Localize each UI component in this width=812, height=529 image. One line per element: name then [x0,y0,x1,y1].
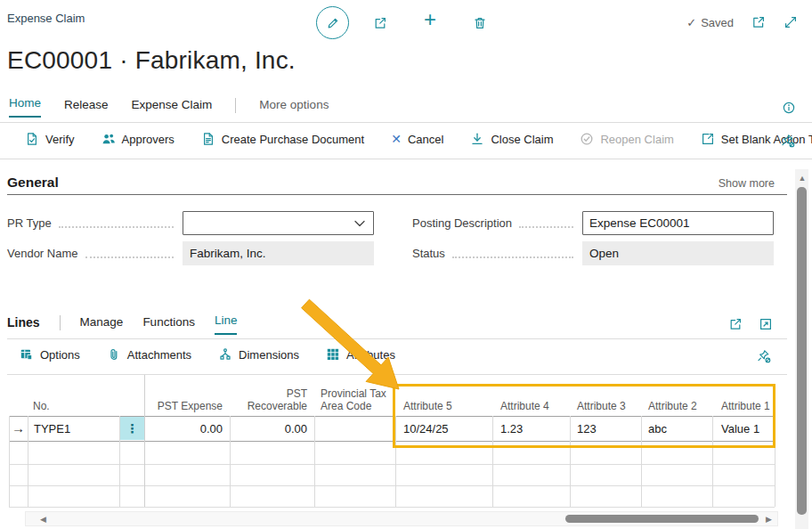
expand-icon[interactable] [784,15,798,29]
lines-tab-functions[interactable]: Functions [142,315,195,335]
close-claim-icon [470,132,484,146]
verify-icon [25,132,39,146]
row-overflow-menu-button[interactable]: ⋮ [120,417,144,440]
pencil-icon [326,16,340,30]
open-in-window-icon[interactable] [751,15,766,29]
chevron-down-icon [354,220,365,227]
verify-button[interactable]: Verify [25,132,75,146]
tab-more-options[interactable]: More options [259,98,329,118]
column-header-attribute-5[interactable]: Attribute 5 [403,400,452,412]
tab-divider [235,98,236,113]
vertical-scrollbar[interactable]: ▲ [795,169,808,529]
focus-mode-icon[interactable] [759,317,773,331]
divider [0,122,812,123]
posting-description-label: Posting Description [412,216,512,230]
page-caption: Expense Claim [7,12,85,25]
pr-type-label: PR Type [7,216,52,230]
cell-attribute-5[interactable]: 10/24/25 [403,422,449,435]
active-row-pointer-icon: → [12,420,25,435]
dotted-leader [85,248,175,258]
horizontal-scrollbar[interactable]: ◀ ▶ [25,511,778,526]
dimensions-icon [218,347,232,362]
unpin-icon[interactable] [781,134,795,148]
lines-tab-manage[interactable]: Manage [80,315,124,335]
attachments-button[interactable]: Attachments [107,347,191,362]
status-label: Status [412,247,445,260]
column-header-pst-recoverable[interactable]: PST Recoverable [231,387,307,412]
general-heading: General [7,175,59,191]
unpin-icon[interactable] [757,349,771,363]
vendor-name-value: Fabrikam, Inc. [183,241,374,265]
share-icon[interactable] [728,317,743,331]
tab-expense-claim[interactable]: Expense Claim [132,98,213,118]
column-header-pst-expense[interactable]: PST Expense [144,400,223,412]
attributes-grid-icon [326,347,340,362]
cell-pst-expense[interactable]: 0.00 [144,422,223,435]
dotted-leader [59,218,174,228]
saved-status: ✓ Saved [686,16,734,29]
paperclip-icon [107,347,121,362]
posting-description-input[interactable] [582,211,774,235]
table-empty-row[interactable] [9,485,775,507]
scroll-right-icon[interactable]: ▶ [766,515,772,524]
column-header-attribute-2[interactable]: Attribute 2 [648,400,697,412]
page-title: EC00001 · Fabrikam, Inc. [7,46,296,75]
column-header-attribute-3[interactable]: Attribute 3 [577,400,626,412]
share-icon[interactable] [373,16,387,30]
tab-home[interactable]: Home [9,96,41,118]
divider [7,338,787,339]
cell-attribute-4[interactable]: 1.23 [500,422,523,435]
cell-attribute-1[interactable]: Value 1 [721,422,759,435]
general-underline [7,194,787,195]
add-icon[interactable]: + [424,12,436,27]
close-claim-button[interactable]: Close Claim [470,132,553,146]
scroll-up-icon[interactable]: ▲ [799,174,807,183]
dotted-leader [519,218,573,228]
divider [7,374,787,375]
column-header-attribute-4[interactable]: Attribute 4 [500,400,549,412]
options-icon [20,347,34,362]
tab-release[interactable]: Release [64,98,109,118]
document-icon [201,132,215,146]
approvers-icon [102,132,116,146]
set-blank-action-to-button[interactable]: Set Blank Action To [701,132,812,146]
set-blank-action-icon [701,132,715,146]
column-header-no[interactable]: No. [33,400,50,412]
table-empty-row[interactable] [9,464,775,485]
grid-line [775,416,775,507]
dotted-leader [452,248,573,258]
cell-attribute-3[interactable]: 123 [577,422,597,435]
vertical-scrollbar-thumb[interactable] [797,187,807,515]
attributes-button[interactable]: Attributes [326,347,395,362]
grid-line [9,507,775,508]
show-more-link[interactable]: Show more [719,177,775,190]
scroll-left-icon[interactable]: ◀ [40,515,46,524]
cell-attribute-2[interactable]: abc [648,422,667,435]
info-icon[interactable] [782,101,796,115]
horizontal-scrollbar-thumb[interactable] [565,515,759,523]
edit-button[interactable] [316,6,349,39]
reopen-claim-icon [580,132,594,146]
pr-type-select[interactable] [183,211,374,235]
options-button[interactable]: Options [20,347,80,362]
table-empty-row[interactable] [9,441,775,464]
cancel-x-icon: ✕ [391,132,402,146]
lines-tab-line[interactable]: Line [215,313,238,335]
expense-claim-page: Expense Claim + ✓ Saved EC00001 · Fabrik… [0,0,812,529]
column-header-attribute-1[interactable]: Attribute 1 [721,400,770,412]
cancel-button[interactable]: ✕ Cancel [391,132,443,146]
column-header-provincial-tax-area-code[interactable]: Provincial Tax Area Code [321,387,394,412]
dimensions-button[interactable]: Dimensions [218,347,299,362]
approvers-button[interactable]: Approvers [102,132,175,146]
lines-heading: Lines [7,315,40,335]
cell-no[interactable]: TYPE1 [34,422,70,435]
cell-pst-recoverable[interactable]: 0.00 [230,422,307,435]
vendor-name-label: Vendor Name [7,247,78,260]
create-purchase-document-button[interactable]: Create Purchase Document [201,132,364,146]
divider [0,159,812,159]
reopen-claim-button[interactable]: Reopen Claim [580,132,673,146]
delete-icon[interactable] [473,16,487,30]
check-icon: ✓ [686,16,696,29]
lines-divider [60,315,61,330]
status-value: Open [582,241,774,265]
